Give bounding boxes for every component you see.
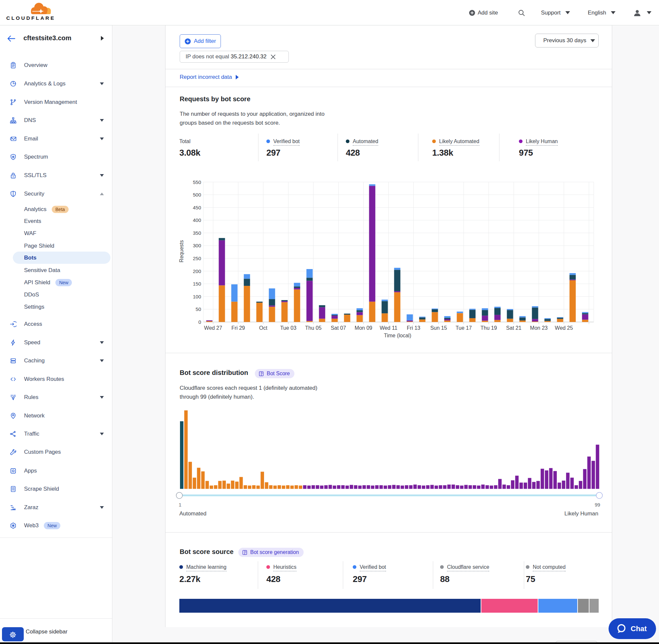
svg-text:Thu 05: Thu 05 (305, 325, 322, 331)
svg-text:400: 400 (193, 217, 201, 223)
svg-text:Fri 29: Fri 29 (231, 325, 245, 331)
svg-text:450: 450 (193, 205, 201, 210)
svg-text:150: 150 (193, 281, 201, 286)
svg-text:50: 50 (195, 306, 201, 312)
svg-text:0: 0 (198, 319, 201, 325)
svg-text:Tue 17: Tue 17 (455, 325, 472, 331)
svg-text:Fri 13: Fri 13 (407, 325, 420, 331)
svg-text:Wed 25: Wed 25 (555, 325, 573, 331)
svg-text:100: 100 (193, 294, 201, 299)
svg-text:Mon 09: Mon 09 (355, 325, 372, 331)
svg-text:Wed 27: Wed 27 (204, 325, 222, 331)
svg-text:Thu 19: Thu 19 (481, 325, 497, 331)
svg-text:Sat 21: Sat 21 (506, 325, 521, 331)
svg-text:Wed 11: Wed 11 (380, 325, 398, 331)
svg-text:350: 350 (193, 230, 201, 236)
svg-text:500: 500 (193, 192, 201, 198)
svg-text:Oct: Oct (259, 325, 267, 331)
svg-text:300: 300 (193, 243, 201, 248)
svg-text:Tue 03: Tue 03 (280, 325, 297, 331)
svg-text:250: 250 (193, 256, 201, 261)
svg-text:Time (local): Time (local) (384, 333, 411, 338)
svg-text:200: 200 (193, 269, 201, 274)
svg-text:Mon 23: Mon 23 (530, 325, 547, 331)
svg-text:Sun 15: Sun 15 (430, 325, 447, 331)
svg-text:Sat 07: Sat 07 (331, 325, 346, 331)
svg-text:Requests: Requests (179, 240, 184, 262)
svg-text:550: 550 (193, 179, 201, 185)
